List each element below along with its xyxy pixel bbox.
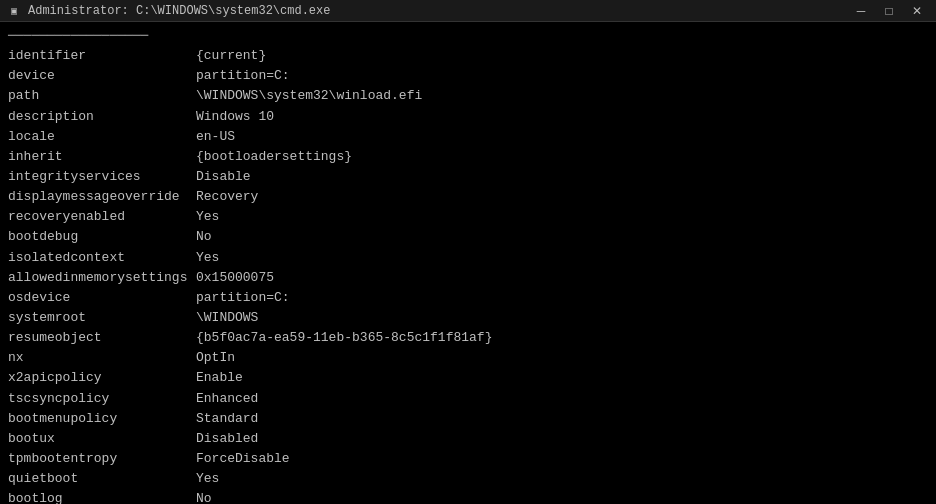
table-row: osdevicepartition=C: <box>8 288 928 308</box>
table-row: identifier{current} <box>8 46 928 66</box>
table-row: bootdebugNo <box>8 227 928 247</box>
row-key: path <box>8 86 196 106</box>
table-row: integrityservicesDisable <box>8 167 928 187</box>
row-key: isolatedcontext <box>8 248 196 268</box>
row-value: partition=C: <box>196 66 290 86</box>
table-row: bootlogNo <box>8 489 928 504</box>
table-row: resumeobject{b5f0ac7a-ea59-11eb-b365-8c5… <box>8 328 928 348</box>
table-row: tpmbootentropyForceDisable <box>8 449 928 469</box>
table-row: recoveryenabledYes <box>8 207 928 227</box>
row-value: No <box>196 489 212 504</box>
row-key: tscsyncpolicy <box>8 389 196 409</box>
table-row: bootuxDisabled <box>8 429 928 449</box>
row-key: systemroot <box>8 308 196 328</box>
table-row: bootmenupolicyStandard <box>8 409 928 429</box>
row-key: integrityservices <box>8 167 196 187</box>
row-value: Yes <box>196 207 219 227</box>
separator-line: ────────────────── <box>8 26 928 46</box>
title-bar: ▣ Administrator: C:\WINDOWS\system32\cmd… <box>0 0 936 22</box>
row-key: locale <box>8 127 196 147</box>
table-row: x2apicpolicyEnable <box>8 368 928 388</box>
row-value: Enhanced <box>196 389 258 409</box>
row-value: Disable <box>196 167 251 187</box>
row-value: Enable <box>196 368 243 388</box>
row-key: recoveryenabled <box>8 207 196 227</box>
terminal-content: ────────────────── identifier{current}de… <box>0 22 936 504</box>
row-key: quietboot <box>8 469 196 489</box>
table-row: path\WINDOWS\system32\winload.efi <box>8 86 928 106</box>
row-key: osdevice <box>8 288 196 308</box>
row-value: Yes <box>196 469 219 489</box>
table-row: allowedinmemorysettings0x15000075 <box>8 268 928 288</box>
row-value: Yes <box>196 248 219 268</box>
table-row: localeen-US <box>8 127 928 147</box>
title-bar-left: ▣ Administrator: C:\WINDOWS\system32\cmd… <box>6 3 330 19</box>
row-value: partition=C: <box>196 288 290 308</box>
close-button[interactable]: ✕ <box>904 2 930 20</box>
row-key: x2apicpolicy <box>8 368 196 388</box>
table-row: descriptionWindows 10 <box>8 107 928 127</box>
row-value: OptIn <box>196 348 235 368</box>
row-value: Standard <box>196 409 258 429</box>
row-value: No <box>196 227 212 247</box>
row-key: inherit <box>8 147 196 167</box>
minimize-button[interactable]: ─ <box>848 2 874 20</box>
row-key: identifier <box>8 46 196 66</box>
row-value: {current} <box>196 46 266 66</box>
row-value: en-US <box>196 127 235 147</box>
row-value: 0x15000075 <box>196 268 274 288</box>
row-key: nx <box>8 348 196 368</box>
table-row: isolatedcontextYes <box>8 248 928 268</box>
row-value: Disabled <box>196 429 258 449</box>
row-key: bootlog <box>8 489 196 504</box>
table-row: quietbootYes <box>8 469 928 489</box>
table-row: nxOptIn <box>8 348 928 368</box>
row-key: bootmenupolicy <box>8 409 196 429</box>
row-value: {b5f0ac7a-ea59-11eb-b365-8c5c1f1f81af} <box>196 328 492 348</box>
table-row: displaymessageoverrideRecovery <box>8 187 928 207</box>
row-key: bootux <box>8 429 196 449</box>
table-row: inherit{bootloadersettings} <box>8 147 928 167</box>
table-row: devicepartition=C: <box>8 66 928 86</box>
row-value: {bootloadersettings} <box>196 147 352 167</box>
row-key: tpmbootentropy <box>8 449 196 469</box>
row-key: displaymessageoverride <box>8 187 196 207</box>
row-value: \WINDOWS\system32\winload.efi <box>196 86 422 106</box>
row-value: Windows 10 <box>196 107 274 127</box>
row-key: allowedinmemorysettings <box>8 268 196 288</box>
title-bar-controls: ─ □ ✕ <box>848 2 930 20</box>
row-value: ForceDisable <box>196 449 290 469</box>
table-row: tscsyncpolicyEnhanced <box>8 389 928 409</box>
row-value: Recovery <box>196 187 258 207</box>
row-key: bootdebug <box>8 227 196 247</box>
row-value: \WINDOWS <box>196 308 258 328</box>
window-title: Administrator: C:\WINDOWS\system32\cmd.e… <box>28 4 330 18</box>
cmd-icon: ▣ <box>6 3 22 19</box>
table-row: systemroot\WINDOWS <box>8 308 928 328</box>
rows-container: identifier{current}devicepartition=C:pat… <box>8 46 928 504</box>
maximize-button[interactable]: □ <box>876 2 902 20</box>
row-key: device <box>8 66 196 86</box>
row-key: resumeobject <box>8 328 196 348</box>
row-key: description <box>8 107 196 127</box>
